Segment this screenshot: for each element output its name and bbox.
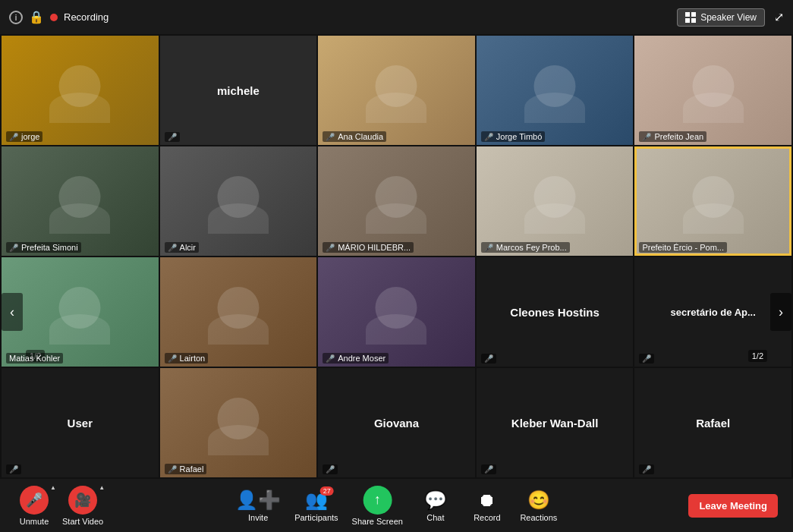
recording-dot — [50, 14, 58, 21]
toolbar-left: 🎤 ▲ Unmute 🎥 ▲ Start Video — [15, 486, 103, 526]
body-rafael — [208, 425, 269, 455]
name-only-giovana: Giovana — [374, 417, 419, 430]
mic-muted-kleber: 🎤 — [484, 465, 493, 474]
nav-next-button[interactable]: › — [770, 293, 791, 331]
mic-muted-giovana: 🎤 — [326, 465, 335, 474]
invite-icon: 👤➕ — [235, 490, 281, 511]
name-matias: Matias Kohler — [6, 353, 63, 364]
video-cell-jorge: 🎤 jorge — [2, 36, 159, 145]
name-ercio: Prefeito Ércio - Pom... — [639, 242, 727, 253]
video-cell-michele: michele 🎤 — [160, 36, 317, 145]
name-user: 🎤 — [6, 464, 21, 474]
name-cleones: 🎤 — [481, 354, 496, 364]
name-only-user: User — [68, 417, 93, 430]
record-label: Record — [474, 513, 500, 522]
info-icon[interactable]: i — [9, 11, 23, 24]
video-cell-cleones: Cleones Hostins 🎤 — [477, 257, 634, 367]
mic-muted-andre: 🎤 — [326, 354, 335, 363]
reactions-icon: 😊 — [527, 490, 550, 511]
mic-muted-simoni: 🎤 — [9, 244, 18, 252]
video-cell-jean: 🎤 Prefeito Jean — [634, 36, 791, 145]
invite-label: Invite — [248, 513, 268, 522]
mic-muted-cleones: 🎤 — [484, 354, 493, 363]
video-cell-secretario: secretário de Ap... 🎤 › 1/2 — [634, 257, 791, 367]
name-jean: 🎤 Prefeito Jean — [639, 131, 706, 142]
speaker-view-label: Speaker View — [700, 12, 757, 23]
video-cell-ana: 🎤 Ana Claudia — [318, 36, 475, 145]
body-ercio — [683, 203, 744, 234]
name-alcir: 🎤 Alcir — [165, 242, 199, 253]
video-cell-andre: 🎤 Andre Moser — [318, 257, 475, 367]
name-michele: 🎤 — [165, 132, 180, 142]
name-giovana: 🎤 — [323, 464, 338, 474]
toolbar-center: 👤➕ Invite 👥 27 Participants ↑ Share Scre… — [235, 486, 558, 526]
body-jorge-timbo — [524, 93, 585, 123]
name-jorge: 🎤 jorge — [6, 131, 42, 142]
video-cell-marcos: 🎤 Marcos Fey Prob... — [477, 146, 634, 256]
video-cell-mario: 🎤 MÁRIO HILDEBR... — [318, 146, 475, 256]
participants-icon: 👥 27 — [305, 490, 328, 511]
mic-muted-michele: 🎤 — [168, 133, 177, 141]
body-jorge — [49, 93, 110, 123]
reactions-label: Reactions — [520, 513, 557, 522]
name-lairton: 🎤 Lairton — [165, 353, 209, 364]
body-lairton — [208, 314, 269, 345]
grid-icon — [685, 12, 696, 23]
mic-muted-jorge: 🎤 — [9, 133, 18, 141]
recording-label: Recording — [64, 11, 109, 23]
name-kleber: 🎤 — [481, 464, 496, 474]
unmute-button[interactable]: 🎤 ▲ Unmute — [15, 486, 53, 526]
share-screen-button[interactable]: ↑ Share Screen — [352, 486, 403, 526]
unmute-chevron: ▲ — [50, 484, 56, 491]
speaker-view-button[interactable]: Speaker View — [677, 8, 765, 27]
participants-button[interactable]: 👥 27 Participants — [294, 490, 338, 522]
video-cell-kleber: Kleber Wan-Dall 🎤 — [477, 368, 634, 477]
share-screen-icon: ↑ — [363, 486, 392, 515]
body-andre — [366, 314, 426, 345]
name-only-cleones: Cleones Hostins — [510, 306, 599, 319]
body-matias — [49, 314, 110, 345]
chat-button[interactable]: 💬 Chat — [417, 490, 455, 522]
share-screen-label: Share Screen — [352, 517, 403, 526]
mic-muted-secretario: 🎤 — [642, 354, 651, 363]
video-cell-giovana: Giovana 🎤 — [318, 368, 475, 477]
name-andre: 🎤 Andre Moser — [323, 353, 389, 364]
name-only-kleber: Kleber Wan-Dall — [511, 417, 598, 430]
name-jorge-timbo: 🎤 Jorge Timbó — [481, 131, 546, 142]
video-cell-matias: ‹ 1/2 Matias Kohler — [2, 257, 159, 367]
mic-muted-rafael: 🎤 — [168, 465, 177, 474]
expand-icon[interactable]: ⤢ — [774, 10, 784, 24]
record-icon: ⏺ — [478, 490, 496, 511]
toolbar-right: Leave Meeting — [688, 494, 778, 518]
start-video-button[interactable]: 🎥 ▲ Start Video — [62, 486, 103, 526]
invite-button[interactable]: 👤➕ Invite — [235, 490, 281, 522]
name-rafael-bottom: 🎤 Rafael — [165, 464, 207, 474]
start-video-label: Start Video — [62, 517, 103, 526]
nav-prev-button[interactable]: ‹ — [2, 293, 23, 331]
video-chevron: ▲ — [99, 484, 105, 491]
video-cell-jorge-timbo: 🎤 Jorge Timbó — [477, 36, 634, 145]
mic-muted-lairton: 🎤 — [168, 354, 177, 363]
record-button[interactable]: ⏺ Record — [468, 490, 506, 522]
mic-muted-ana: 🎤 — [326, 133, 335, 141]
unmute-label: Unmute — [20, 517, 49, 526]
mic-muted-jorge-timbo: 🎤 — [484, 133, 493, 141]
name-marcos: 🎤 Marcos Fey Prob... — [481, 242, 570, 253]
video-grid: 🎤 jorge michele 🎤 🎤 Ana Claudia 🎤 Jorge … — [0, 34, 793, 479]
mic-muted-user: 🎤 — [9, 465, 18, 474]
unmute-icon-wrap: 🎤 ▲ — [20, 486, 49, 515]
leave-meeting-button[interactable]: Leave Meeting — [688, 494, 778, 518]
video-cell-simoni: 🎤 Prefeita Simoni — [2, 146, 159, 256]
body-jean — [683, 93, 744, 123]
chat-label: Chat — [426, 513, 444, 522]
mic-muted-marcos: 🎤 — [484, 244, 493, 252]
body-ana — [366, 93, 426, 123]
page-right: 1/2 — [748, 350, 767, 362]
name-only-rafael2: Rafael — [696, 417, 730, 430]
reactions-button[interactable]: 😊 Reactions — [520, 490, 558, 522]
video-cell-alcir: 🎤 Alcir — [160, 146, 317, 256]
start-video-icon-wrap: 🎥 ▲ — [68, 486, 97, 515]
top-bar-right: Speaker View ⤢ — [677, 8, 784, 27]
video-icon: 🎥 — [68, 486, 97, 515]
video-cell-user: User 🎤 — [2, 368, 159, 477]
